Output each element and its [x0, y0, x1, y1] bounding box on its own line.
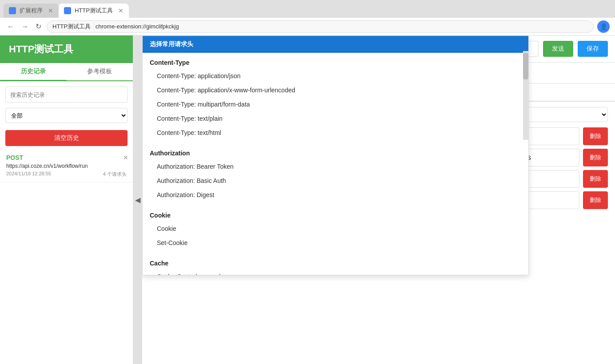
tab-http-tool[interactable]: HTTP测试工具 ✕	[59, 4, 129, 18]
history-meta: 2024/11/18 12:28:55 4 个请求头	[6, 171, 127, 178]
app-title: HTTP测试工具	[0, 36, 133, 63]
tab-extensions-close[interactable]: ✕	[48, 7, 53, 14]
dropdown-section-cache: Cache Cache-Control: no-cache Cache-Cont…	[143, 253, 528, 275]
sidebar: HTTP测试工具 历史记录 参考模板 全部 清空历史 POST https://…	[0, 36, 133, 364]
dropdown-item-cookie[interactable]: Cookie	[143, 222, 528, 236]
section-title-content-type: Content-Type	[143, 56, 528, 69]
sidebar-tabs: 历史记录 参考模板	[0, 63, 133, 81]
dropdown-item-ct-text[interactable]: Content-Type: text/plain	[143, 111, 528, 126]
history-item[interactable]: POST https://api.coze.cn/v1/workflow/run…	[0, 150, 133, 182]
dropdown-item-cache-no-cache[interactable]: Cache-Control: no-cache	[143, 269, 528, 275]
clear-history-button[interactable]: 清空历史	[5, 130, 128, 146]
section-title-cache: Cache	[143, 257, 528, 269]
tab-templates[interactable]: 参考模板	[67, 63, 133, 80]
address-input[interactable]	[47, 20, 594, 33]
sidebar-collapse-button[interactable]: ◀	[133, 36, 142, 364]
delete-header-connection[interactable]: 删除	[583, 170, 608, 188]
back-button[interactable]: ←	[5, 21, 16, 32]
dropdown-item-auth-basic[interactable]: Authorization: Basic Auth	[143, 174, 528, 188]
dropdown-item-set-cookie[interactable]: Set-Cookie	[143, 236, 528, 250]
dropdown-item-ct-form[interactable]: Content-Type: application/x-www-form-url…	[143, 83, 528, 97]
delete-header-accept[interactable]: 删除	[583, 127, 608, 145]
dropdown-section-auth: Authorization Authorization: Bearer Toke…	[143, 143, 528, 206]
extensions-tab-icon	[9, 7, 16, 14]
reload-button[interactable]: ↻	[34, 20, 43, 32]
section-title-cookie: Cookie	[143, 209, 528, 222]
http-tab-icon	[64, 7, 71, 14]
app-container: HTTP测试工具 历史记录 参考模板 全部 清空历史 POST https://…	[0, 36, 615, 364]
address-bar: ← → ↻ 👤	[0, 18, 615, 36]
delete-header-authorization[interactable]: 删除	[583, 149, 608, 166]
history-item-close[interactable]: ✕	[123, 154, 128, 161]
dropdown-section-content-type: Content-Type Content-Type: application/j…	[143, 53, 528, 143]
dropdown-title: 选择常用请求头	[143, 36, 528, 53]
tab-http-close[interactable]: ✕	[118, 7, 124, 14]
history-method: POST	[6, 154, 127, 161]
dropdown-section-cookie: Cookie Cookie Set-Cookie	[143, 206, 528, 253]
common-header-dropdown[interactable]: 选择常用请求头 Content-Type Content-Type: appli…	[142, 36, 529, 275]
main-content: POST GET PUT DELETE 发送 保存 ▲ 代理设置 启用代理 请求…	[142, 36, 615, 364]
dropdown-title-text: 选择常用请求头	[150, 40, 193, 48]
forward-button[interactable]: →	[20, 21, 30, 32]
search-area	[0, 81, 133, 108]
send-button[interactable]: 发送	[543, 41, 573, 57]
tab-extensions[interactable]: 扩展程序 ✕	[4, 4, 59, 18]
dropdown-item-ct-html[interactable]: Content-Type: text/html	[143, 126, 528, 140]
profile-icon[interactable]: 👤	[597, 20, 610, 33]
delete-header-content-type[interactable]: 删除	[583, 191, 608, 209]
scrollbar-thumb	[523, 53, 528, 79]
dropdown-item-ct-multipart[interactable]: Content-Type: multipart/form-data	[143, 97, 528, 111]
dropdown-scrollbar[interactable]	[523, 51, 528, 140]
tab-extensions-label: 扩展程序	[20, 7, 43, 15]
filter-area: 全部	[0, 108, 133, 127]
dropdown-item-ct-json[interactable]: Content-Type: application/json	[143, 69, 528, 83]
history-time: 2024/11/18 12:28:55	[6, 171, 51, 178]
tab-bar: 扩展程序 ✕ HTTP测试工具 ✕	[0, 0, 615, 18]
browser-window: 扩展程序 ✕ HTTP测试工具 ✕ ← → ↻ 👤 HTTP测试工具 历史记录 …	[0, 0, 615, 364]
history-url: https://api.coze.cn/v1/workflow/run	[6, 163, 127, 169]
dropdown-item-auth-digest[interactable]: Authorization: Digest	[143, 188, 528, 202]
tab-http-label: HTTP测试工具	[75, 7, 113, 15]
tab-history[interactable]: 历史记录	[0, 63, 67, 81]
dropdown-item-auth-bearer[interactable]: Authorization: Bearer Token	[143, 159, 528, 174]
filter-select[interactable]: 全部	[5, 108, 128, 123]
search-input[interactable]	[5, 87, 128, 103]
save-button[interactable]: 保存	[578, 41, 608, 57]
history-req-count: 4 个请求头	[103, 171, 127, 178]
section-title-auth: Authorization	[143, 147, 528, 159]
